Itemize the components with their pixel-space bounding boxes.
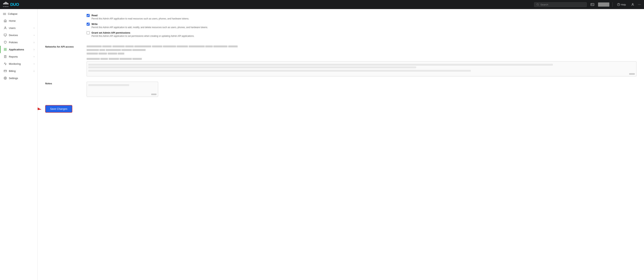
networks-input-hint [86,57,636,61]
svg-point-33 [5,78,6,78]
sidebar-item-label: Policies [9,41,18,44]
redacted-text [125,46,134,47]
grant-checkbox-desc: Permit this Admin API application to set… [92,35,194,37]
username-display [638,4,641,5]
read-checkbox-label[interactable]: Read [92,14,98,17]
save-btn-wrapper: Save Changes [45,105,72,113]
redacted-text [163,46,176,47]
write-checkbox[interactable] [86,23,90,26]
chevron-right-icon: › [34,27,34,29]
save-changes-button[interactable]: Save Changes [45,105,72,113]
redacted-text [86,46,102,47]
svg-rect-2 [5,2,6,4]
notes-content [86,82,636,97]
redacted-text [102,46,112,47]
redacted-text [100,49,105,51]
redacted-text [122,49,132,51]
read-permission-content: Read Permit this Admin API application t… [86,14,636,40]
redacted-text [108,53,117,55]
write-text: Write Permit this Admin API application … [92,22,208,29]
notes-label: Notes [45,82,86,85]
redacted-text [152,46,162,47]
nav-divider [612,2,612,7]
search-input[interactable] [540,3,584,6]
chevron-right-icon: › [34,55,34,58]
svg-rect-25 [6,50,6,51]
home-icon [4,19,7,23]
save-area: Save Changes [45,102,636,116]
sidebar-item-policies[interactable]: Policies › [0,39,38,46]
hamburger-icon [3,13,6,15]
svg-rect-3 [6,2,6,4]
write-checkbox-item: Write Permit this Admin API application … [86,22,636,29]
redacted-text [132,58,142,60]
cc-icon [590,3,594,6]
sidebar-item-reports[interactable]: Reports › [0,53,38,60]
sidebar-item-settings[interactable]: Settings [0,75,38,82]
sidebar: Collapse Home Users › [0,9,38,280]
settings-icon [4,76,7,80]
read-label-spacer [45,14,86,14]
applications-icon [4,48,7,51]
sidebar-item-devices[interactable]: Devices › [0,32,38,39]
user-menu-button[interactable] [630,2,636,7]
svg-rect-1 [4,3,4,4]
redacted-text [98,53,107,55]
chevron-right-icon: › [34,34,34,36]
sidebar-item-users[interactable]: Users › [0,24,38,32]
redacted-text [177,46,188,47]
help-button[interactable]: Help [616,2,628,7]
networks-input-wrapper [86,57,636,76]
svg-rect-31 [4,70,6,72]
notes-textarea[interactable] [86,82,158,97]
cisco-text: cisco [3,6,9,7]
devices-icon [4,33,7,37]
redacted-text [109,58,119,60]
sidebar-item-label: Users [9,27,16,30]
svg-rect-26 [4,50,5,51]
networks-textarea[interactable] [86,61,636,76]
cc-button[interactable] [589,3,596,7]
networks-display [86,45,636,56]
redacted-text [134,46,151,47]
read-text: Read Permit this Admin API application t… [92,14,189,20]
sidebar-item-monitoring[interactable]: Monitoring › [0,60,38,67]
svg-rect-4 [6,2,7,4]
write-checkbox-label[interactable]: Write [92,23,98,26]
sidebar-item-label: Applications [9,48,24,51]
policies-icon [4,41,7,44]
user-icon-nav [631,3,634,6]
sidebar-item-label: Devices [9,34,18,37]
read-permission-row: Read Permit this Admin API application t… [45,14,636,40]
redacted-content [88,84,129,86]
collapse-button[interactable]: Collapse [0,11,38,17]
svg-rect-5 [7,3,8,4]
svg-rect-20 [4,34,6,36]
sidebar-item-billing[interactable]: Billing › [0,67,38,75]
networks-label: Networks for API access [45,45,86,48]
billing-icon [4,69,7,73]
duo-logo: DUO [10,2,19,7]
help-icon [617,3,620,6]
sidebar-item-home[interactable]: Home [0,17,38,24]
svg-point-19 [5,27,6,28]
redacted-text [86,53,98,55]
chevron-right-icon: › [34,63,34,65]
svg-rect-9 [591,4,594,6]
grant-checkbox-label[interactable]: Grant set Admin API permissions [92,31,130,34]
redacted-text [106,49,121,51]
help-label: Help [621,3,626,6]
read-checkbox[interactable] [86,14,90,17]
svg-line-35 [38,106,41,109]
redacted-text [213,46,228,47]
search-bar[interactable] [534,2,587,7]
write-checkbox-desc: Permit this Admin API application to add… [92,26,208,29]
avatar-placeholder [598,3,609,7]
grant-checkbox[interactable] [86,31,90,34]
top-nav: cisco DUO Help [0,0,644,9]
redacted-text [120,58,132,60]
sidebar-item-applications[interactable]: Applications › [0,46,38,53]
svg-line-8 [538,5,538,5]
main-content: Read Permit this Admin API application t… [38,9,644,280]
redacted-text [112,46,125,47]
